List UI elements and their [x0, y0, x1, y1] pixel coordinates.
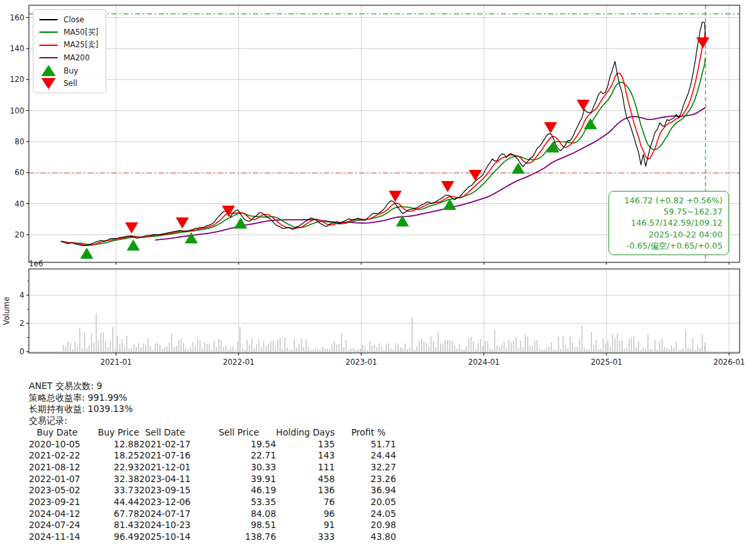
volume-bar [207, 344, 208, 352]
price-volume-chart: 204060801001201401600242021-012022-01202… [0, 0, 756, 375]
hold-return-line: 长期持有收益: 1039.13% [29, 403, 396, 415]
volume-bar [289, 350, 290, 352]
volume-bar [511, 342, 512, 352]
table-row: 2024-07-2481.432024-10-2398.519120.98 [29, 520, 396, 531]
volume-bar [346, 340, 347, 352]
volume-bar [702, 335, 703, 352]
volume-bar [350, 349, 351, 352]
trade-count-line: ANET 交易次数: 9 [29, 380, 396, 392]
x-tick-label: 2025-01 [591, 357, 622, 367]
volume-bar [579, 339, 580, 352]
volume-bar [275, 346, 276, 352]
volume-bar [650, 349, 651, 352]
volume-bar [534, 340, 536, 352]
volume-bar [152, 350, 153, 352]
volume-bar [402, 348, 403, 352]
volume-bar [96, 314, 97, 352]
volume-bar [471, 337, 472, 352]
trade-cell: 2023-09-15 [139, 485, 218, 497]
volume-bar [357, 350, 359, 352]
volume-bar [530, 346, 531, 352]
volume-bar [226, 345, 227, 352]
volume-bar [162, 348, 163, 352]
trade-cell: 136 [276, 485, 335, 497]
volume-bar [344, 347, 345, 352]
volume-bar [228, 350, 229, 352]
volume-bar [327, 349, 328, 352]
annotation-signal: -0.65/偏空/+0.65/+0.05 [615, 240, 723, 251]
legend-item-ma25: MA25[卖] [39, 39, 102, 52]
volume-bar [480, 339, 481, 352]
trade-cell: 2024-10-23 [139, 520, 218, 531]
legend-item-close: Close [39, 13, 102, 26]
volume-bar [601, 349, 602, 352]
volume-bar [619, 340, 620, 352]
volume-bar [473, 342, 474, 352]
column-header: Buy Price [98, 427, 139, 439]
volume-bar [673, 348, 675, 352]
trade-cell: 24.05 [335, 508, 396, 520]
volume-bar [195, 346, 196, 352]
volume-bar [362, 345, 363, 352]
volume-bar [647, 334, 648, 352]
volume-bar [662, 339, 663, 352]
trade-cell: 96.49 [98, 531, 139, 543]
volume-bar [197, 338, 199, 352]
trade-cell: 2024-07-17 [139, 508, 218, 520]
trade-cell: 32.27 [335, 462, 396, 474]
trade-cell: 135 [276, 439, 335, 451]
volume-bar [591, 332, 592, 352]
volume-bar [544, 350, 545, 352]
volume-bar [483, 346, 484, 352]
volume-bar [437, 333, 439, 352]
volume-bar [676, 342, 677, 352]
volume-bar [209, 344, 210, 352]
volume-bar [65, 346, 66, 352]
volume-bar [306, 339, 307, 352]
trade-cell: 458 [276, 474, 335, 485]
volume-bar [490, 348, 491, 352]
trade-cell: 84.08 [218, 508, 276, 520]
table-row: 2021-08-1222.932021-12-0130.3311132.27 [29, 462, 396, 474]
volume-bar [261, 347, 262, 352]
volume-bar [192, 342, 193, 352]
volume-bar [70, 343, 71, 352]
volume-bar [124, 346, 125, 352]
volume-bar [353, 348, 354, 352]
strategy-return-line: 策略总收益率: 991.99% [29, 392, 396, 404]
volume-bar [112, 327, 113, 352]
trade-cell: 2021-02-17 [139, 439, 218, 451]
sell-marker [441, 181, 454, 192]
table-row: 2020-10-0512.882021-02-1719.5413551.71 [29, 439, 396, 451]
volume-bar [558, 337, 559, 352]
chart-legend: Close MA50[买] MA25[卖] MA200 Buy Sell [33, 9, 106, 93]
volume-bar [115, 348, 116, 352]
volume-bar [310, 350, 311, 352]
volume-bar [435, 348, 437, 352]
volume-bar [405, 344, 406, 352]
volume-bar [443, 344, 444, 352]
volume-bar [595, 340, 597, 352]
x-tick-label: 2022-01 [223, 357, 254, 367]
volume-bar [636, 348, 637, 352]
volume-bar [199, 340, 201, 352]
volume-bar [72, 350, 73, 352]
volume-bar [174, 347, 175, 352]
legend-label: Buy [64, 66, 78, 75]
volume-bar [518, 348, 519, 352]
volume-bar [426, 343, 427, 352]
volume-bar [631, 338, 632, 352]
volume-bar [527, 337, 528, 352]
volume-bar [369, 341, 370, 352]
volume-bar [697, 346, 698, 352]
volume-bar [508, 340, 509, 352]
volume-bar [593, 345, 595, 352]
buy-marker [127, 239, 140, 251]
volume-bar [155, 344, 156, 352]
volume-bar [586, 350, 587, 352]
volume-bar [254, 348, 255, 352]
sell-marker [577, 100, 590, 111]
volume-bar [424, 341, 425, 352]
trade-cell: 76 [276, 497, 335, 508]
trade-cell: 98.51 [218, 520, 276, 531]
